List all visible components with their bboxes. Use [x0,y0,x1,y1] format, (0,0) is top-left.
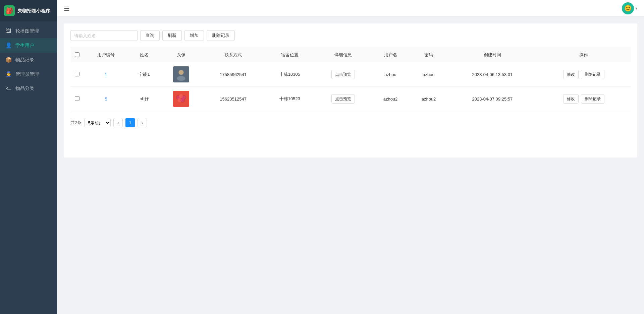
user-name-cell: nb仔 [128,87,160,111]
sidebar-item-items[interactable]: 📦物品记录 [0,53,57,67]
select-all-checkbox[interactable] [75,52,79,57]
sidebar-label-carousel: 轮播图管理 [15,28,39,34]
user-contact-cell: 15623512547 [202,87,264,111]
sidebar-icon-admins: 👮 [5,71,12,77]
table-row: 5nb仔 15623512547十栋10523点击预览azhou2azhou22… [70,87,631,111]
sidebar-item-admins[interactable]: 👮管理员管理 [0,67,57,81]
sidebar-header: 🎒 失物招领小程序 [0,0,57,21]
add-button[interactable]: 增加 [184,30,204,41]
app-logo-icon: 🎒 [4,5,15,16]
user-actions-cell: 修改 删除记录 [537,62,631,87]
avatar-dropdown-arrow[interactable]: ▾ [635,6,637,11]
row-checkbox-cell-0 [70,62,84,87]
user-id-link[interactable]: 1 [105,72,107,77]
table-header-cell: 头像 [160,48,202,62]
user-id-cell: 5 [84,87,128,111]
pagination-total: 共2条 [70,120,82,126]
sidebar-icon-categories: 🏷 [5,85,12,91]
user-avatar-image [173,66,189,82]
table-header-cell: 操作 [537,48,631,62]
batch-delete-button[interactable]: 删除记录 [207,30,235,41]
current-page-number[interactable]: 1 [125,118,135,127]
user-dorm-cell: 十栋10523 [264,87,315,111]
edit-button[interactable]: 修改 [563,94,579,104]
app-title: 失物招领小程序 [17,8,50,14]
pagination: 共2条 5条/页10条/页20条/页 ‹ 1 › [70,118,631,127]
avatar-icon: 😊 [624,5,632,12]
user-username-cell: azhou2 [371,87,410,111]
user-id-link[interactable]: 5 [105,97,107,102]
svg-point-4 [177,76,185,81]
sidebar: 🎒 失物招领小程序 🖼轮播图管理👤学生用户📦物品记录👮管理员管理🏷物品分类 [0,0,57,314]
topbar: ☰ 😊 ▾ [57,0,644,17]
user-avatar-image [173,91,189,107]
menu-toggle-button[interactable]: ☰ [64,4,70,12]
user-name-cell: 宁能1 [128,62,160,87]
user-contact-cell: 17585962541 [202,62,264,87]
content-area: 查询 刷新 增加 删除记录 用户编号姓名头像联系方式宿舍位置详细信息用户名密码创… [57,17,644,314]
user-table: 用户编号姓名头像联系方式宿舍位置详细信息用户名密码创建时间操作 1宁能1 175… [70,48,631,111]
page-size-select[interactable]: 5条/页10条/页20条/页 [84,118,111,127]
prev-page-button[interactable]: ‹ [113,118,123,127]
svg-point-15 [180,98,184,102]
toolbar: 查询 刷新 增加 删除记录 [70,30,631,41]
sidebar-label-admins: 管理员管理 [15,71,39,77]
svg-point-3 [179,70,183,75]
user-dorm-cell: 十栋10305 [264,62,315,87]
delete-row-button[interactable]: 删除记录 [581,94,604,104]
table-header-cell: 用户名 [371,48,410,62]
user-id-cell: 1 [84,62,128,87]
delete-row-button[interactable]: 删除记录 [581,70,604,79]
sidebar-label-students: 学生用户 [15,43,34,49]
sidebar-label-categories: 物品分类 [15,85,34,91]
user-detail-cell: 点击预览 [315,62,371,87]
table-header-cell: 详细信息 [315,48,371,62]
select-all-cell [70,48,84,62]
table-row: 1宁能1 17585962541十栋10305点击预览azhouazhou202… [70,62,631,87]
user-password-cell: azhou [410,62,448,87]
user-avatar[interactable]: 😊 [622,2,634,14]
user-avatar-cell [160,87,202,111]
table-header-cell: 宿舍位置 [264,48,315,62]
table-header-row: 用户编号姓名头像联系方式宿舍位置详细信息用户名密码创建时间操作 [70,48,631,62]
content-card: 查询 刷新 增加 删除记录 用户编号姓名头像联系方式宿舍位置详细信息用户名密码创… [64,23,637,158]
refresh-button[interactable]: 刷新 [162,30,182,41]
row-checkbox-0[interactable] [75,72,79,76]
sidebar-item-categories[interactable]: 🏷物品分类 [0,81,57,96]
user-actions-cell: 修改 删除记录 [537,87,631,111]
query-button[interactable]: 查询 [140,30,160,41]
table-header-cell: 创建时间 [448,48,537,62]
sidebar-icon-students: 👤 [5,42,12,49]
user-detail-cell: 点击预览 [315,87,371,111]
edit-button[interactable]: 修改 [563,70,579,79]
sidebar-label-items: 物品记录 [15,57,34,63]
table-header-cell: 联系方式 [202,48,264,62]
sidebar-icon-carousel: 🖼 [5,28,12,34]
next-page-button[interactable]: › [138,118,147,127]
main-wrapper: ☰ 😊 ▾ 查询 刷新 增加 删除记录 [57,0,644,314]
row-checkbox-1[interactable] [75,96,79,101]
table-header-cell: 用户编号 [84,48,128,62]
user-created-at-cell: 2023-04-07 09:25:57 [448,87,537,111]
preview-button[interactable]: 点击预览 [331,70,355,79]
sidebar-nav: 🖼轮播图管理👤学生用户📦物品记录👮管理员管理🏷物品分类 [0,21,57,314]
table-header-cell: 姓名 [128,48,160,62]
table-header-cell: 密码 [410,48,448,62]
preview-button[interactable]: 点击预览 [331,94,355,104]
sidebar-item-carousel[interactable]: 🖼轮播图管理 [0,24,57,38]
row-checkbox-cell-1 [70,87,84,111]
user-avatar-cell [160,62,202,87]
user-password-cell: azhou2 [410,87,448,111]
user-username-cell: azhou [371,62,410,87]
topbar-right: 😊 ▾ [622,2,637,14]
sidebar-item-students[interactable]: 👤学生用户 [0,38,57,53]
user-created-at-cell: 2023-04-06 13:53:01 [448,62,537,87]
search-input[interactable] [70,30,138,41]
sidebar-icon-items: 📦 [5,57,12,63]
topbar-left: ☰ [64,4,70,12]
